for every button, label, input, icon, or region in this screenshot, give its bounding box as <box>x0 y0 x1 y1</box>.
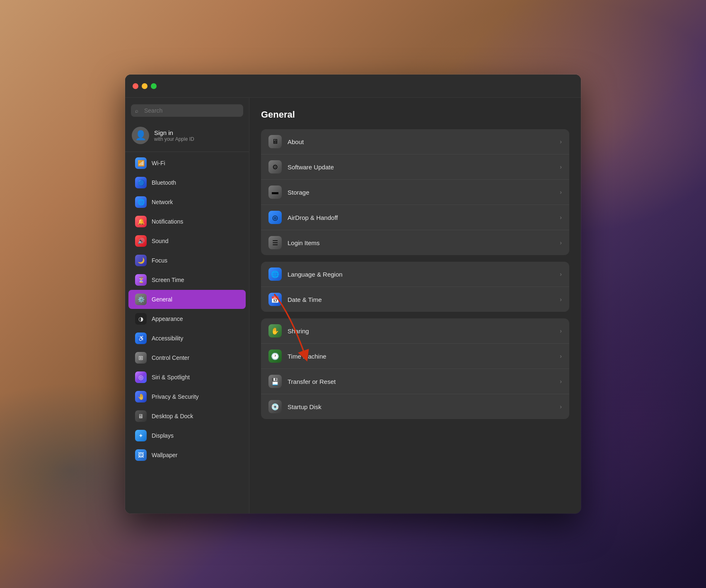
titlebar <box>125 75 581 98</box>
maximize-button[interactable] <box>151 83 157 89</box>
settings-label-startup: Startup Disk <box>288 403 556 410</box>
sidebar-item-accessibility[interactable]: ♿Accessibility <box>128 329 246 348</box>
settings-row-login-items[interactable]: ☰Login Items› <box>261 230 569 255</box>
wifi-icon: 📶 <box>135 157 147 169</box>
chevron-icon-software-update: › <box>560 164 562 170</box>
displays-icon: ✦ <box>135 430 147 441</box>
chevron-icon-startup: › <box>560 403 562 410</box>
language-settings-icon: 🌐 <box>268 267 282 281</box>
settings-label-language: Language & Region <box>288 271 556 278</box>
settings-group-group1: 🖥About›⚙Software Update›▬Storage›◎AirDro… <box>261 129 569 255</box>
settings-row-about[interactable]: 🖥About› <box>261 129 569 154</box>
settings-row-storage[interactable]: ▬Storage› <box>261 180 569 205</box>
sidebar-items-container: 📶Wi-Fi🔵Bluetooth🌐Network🔔Notifications🔊S… <box>125 154 249 465</box>
minimize-button[interactable] <box>142 83 147 89</box>
settings-label-timemachine: Time Machine <box>288 353 556 360</box>
signin-title: Sign in <box>154 129 194 136</box>
sidebar-item-appearance[interactable]: ◑Appearance <box>128 309 246 328</box>
sidebar-item-displays[interactable]: ✦Displays <box>128 426 246 445</box>
sidebar-item-label-network: Network <box>152 199 173 205</box>
sidebar-item-desktop[interactable]: 🖥Desktop & Dock <box>128 407 246 426</box>
chevron-icon-datetime: › <box>560 296 562 303</box>
sidebar-divider-top <box>125 152 249 152</box>
settings-row-language[interactable]: 🌐Language & Region› <box>261 262 569 287</box>
settings-row-timemachine[interactable]: 🕐Time Machine› <box>261 344 569 369</box>
network-icon: 🌐 <box>135 196 147 208</box>
close-button[interactable] <box>133 83 138 89</box>
general-icon: ⚙️ <box>135 294 147 305</box>
settings-row-transfer[interactable]: 💾Transfer or Reset› <box>261 369 569 394</box>
settings-label-datetime: Date & Time <box>288 296 556 303</box>
chevron-icon-airdrop: › <box>560 214 562 221</box>
privacy-icon: 🤚 <box>135 391 147 402</box>
sound-icon: 🔊 <box>135 235 147 247</box>
sidebar-item-bluetooth[interactable]: 🔵Bluetooth <box>128 173 246 192</box>
notifications-icon: 🔔 <box>135 216 147 227</box>
transfer-settings-icon: 💾 <box>268 375 282 388</box>
storage-settings-icon: ▬ <box>268 186 282 199</box>
sidebar-item-sound[interactable]: 🔊Sound <box>128 231 246 251</box>
traffic-lights <box>133 83 157 89</box>
sidebar-item-label-wallpaper: Wallpaper <box>152 452 178 458</box>
sidebar-item-label-appearance: Appearance <box>152 316 183 322</box>
panel-title: General <box>261 109 569 120</box>
sidebar-item-label-accessibility: Accessibility <box>152 335 183 342</box>
sidebar-item-focus[interactable]: 🌙Focus <box>128 251 246 270</box>
settings-label-about: About <box>288 138 556 145</box>
settings-row-airdrop[interactable]: ◎AirDrop & Handoff› <box>261 205 569 230</box>
desktop-icon: 🖥 <box>135 410 147 422</box>
screentime-icon: ⏳ <box>135 274 147 286</box>
settings-label-transfer: Transfer or Reset <box>288 378 556 385</box>
sidebar-item-label-focus: Focus <box>152 257 167 264</box>
sidebar-item-label-desktop: Desktop & Dock <box>152 413 193 419</box>
login-items-settings-icon: ☰ <box>268 236 282 249</box>
sidebar-item-general[interactable]: ⚙️General <box>128 290 246 309</box>
chevron-icon-about: › <box>560 138 562 145</box>
system-settings-window: ⌕ 👤 Sign in with your Apple ID 📶Wi-Fi🔵Bl… <box>125 75 581 513</box>
sidebar-item-privacy[interactable]: 🤚Privacy & Security <box>128 387 246 406</box>
sidebar-item-wifi[interactable]: 📶Wi-Fi <box>128 154 246 173</box>
settings-row-datetime[interactable]: 📅Date & Time› <box>261 287 569 312</box>
sidebar-item-notifications[interactable]: 🔔Notifications <box>128 212 246 231</box>
settings-row-software-update[interactable]: ⚙Software Update› <box>261 154 569 180</box>
timemachine-settings-icon: 🕐 <box>268 349 282 363</box>
signin-section[interactable]: 👤 Sign in with your Apple ID <box>125 123 249 150</box>
settings-label-airdrop: AirDrop & Handoff <box>288 214 556 221</box>
sidebar-item-label-general: General <box>152 296 172 303</box>
sidebar-item-siri[interactable]: ◎Siri & Spotlight <box>128 368 246 387</box>
sidebar-item-label-sound: Sound <box>152 238 168 244</box>
signin-subtitle: with your Apple ID <box>154 136 194 142</box>
chevron-icon-storage: › <box>560 189 562 195</box>
sidebar-item-label-privacy: Privacy & Security <box>152 393 199 400</box>
chevron-icon-transfer: › <box>560 378 562 385</box>
controlcenter-icon: ⊞ <box>135 352 147 364</box>
sidebar-item-label-displays: Displays <box>152 432 174 439</box>
sidebar-item-label-siri: Siri & Spotlight <box>152 374 190 381</box>
sidebar-item-label-bluetooth: Bluetooth <box>152 179 176 186</box>
settings-groups-container: 🖥About›⚙Software Update›▬Storage›◎AirDro… <box>261 129 569 419</box>
datetime-settings-icon: 📅 <box>268 293 282 306</box>
sidebar-item-label-wifi: Wi-Fi <box>152 160 165 166</box>
settings-row-sharing[interactable]: ✋Sharing› <box>261 318 569 344</box>
chevron-icon-login-items: › <box>560 239 562 246</box>
sidebar: ⌕ 👤 Sign in with your Apple ID 📶Wi-Fi🔵Bl… <box>125 98 249 513</box>
about-settings-icon: 🖥 <box>268 135 282 148</box>
sidebar-item-controlcenter[interactable]: ⊞Control Center <box>128 348 246 367</box>
chevron-icon-language: › <box>560 271 562 277</box>
settings-label-storage: Storage <box>288 189 556 196</box>
sidebar-item-label-controlcenter: Control Center <box>152 354 189 361</box>
window-content: ⌕ 👤 Sign in with your Apple ID 📶Wi-Fi🔵Bl… <box>125 98 581 513</box>
settings-group-group2: 🌐Language & Region›📅Date & Time› <box>261 262 569 312</box>
accessibility-icon: ♿ <box>135 333 147 344</box>
signin-text: Sign in with your Apple ID <box>154 129 194 142</box>
focus-icon: 🌙 <box>135 255 147 266</box>
sidebar-item-screentime[interactable]: ⏳Screen Time <box>128 270 246 289</box>
wallpaper-icon: 🖼 <box>135 449 147 461</box>
airdrop-settings-icon: ◎ <box>268 211 282 224</box>
search-wrapper: ⌕ <box>131 104 243 117</box>
search-input[interactable] <box>131 104 243 117</box>
settings-row-startup[interactable]: 💿Startup Disk› <box>261 394 569 419</box>
sidebar-item-wallpaper[interactable]: 🖼Wallpaper <box>128 446 246 465</box>
settings-label-software-update: Software Update <box>288 164 556 171</box>
sidebar-item-network[interactable]: 🌐Network <box>128 193 246 212</box>
